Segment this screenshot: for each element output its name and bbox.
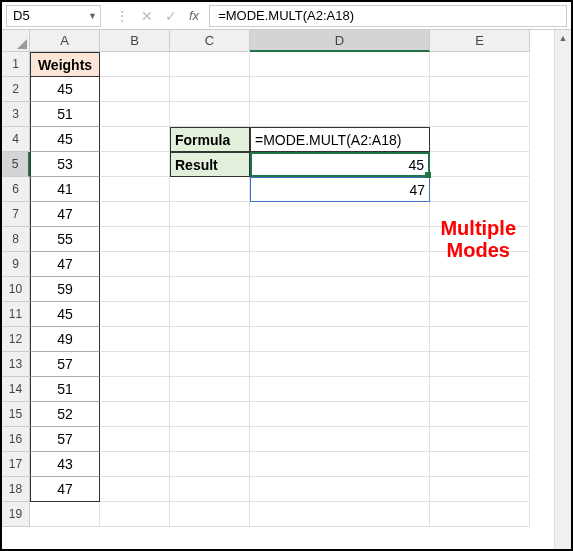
formula-input[interactable]: =MODE.MULT(A2:A18) [209, 5, 567, 27]
cell[interactable] [170, 402, 250, 427]
row-header[interactable]: 7 [2, 202, 30, 227]
name-box[interactable]: D5 ▼ [6, 5, 101, 27]
cell[interactable] [100, 402, 170, 427]
cell[interactable] [100, 202, 170, 227]
row-header[interactable]: 9 [2, 252, 30, 277]
cell[interactable] [170, 327, 250, 352]
cell[interactable] [250, 202, 430, 227]
cell[interactable] [170, 477, 250, 502]
col-header[interactable]: E [430, 30, 530, 52]
cell[interactable] [30, 502, 100, 527]
cell[interactable] [170, 102, 250, 127]
cell[interactable] [170, 352, 250, 377]
row-header[interactable]: 5 [2, 152, 30, 177]
cell[interactable]: 45 [30, 302, 100, 327]
cell[interactable] [250, 252, 430, 277]
row-header[interactable]: 13 [2, 352, 30, 377]
cell[interactable]: 43 [30, 452, 100, 477]
cell[interactable] [430, 477, 530, 502]
cell[interactable] [430, 52, 530, 77]
cell[interactable] [430, 377, 530, 402]
cell[interactable] [250, 227, 430, 252]
cell[interactable] [430, 277, 530, 302]
row-header[interactable]: 6 [2, 177, 30, 202]
cell[interactable] [100, 452, 170, 477]
cell[interactable] [100, 327, 170, 352]
cell[interactable]: 49 [30, 327, 100, 352]
row-header[interactable]: 10 [2, 277, 30, 302]
cell[interactable] [100, 177, 170, 202]
cell[interactable] [100, 352, 170, 377]
col-header[interactable]: C [170, 30, 250, 52]
cell[interactable] [170, 452, 250, 477]
cancel-icon[interactable]: ✕ [141, 8, 153, 24]
col-header[interactable]: B [100, 30, 170, 52]
cell[interactable] [100, 127, 170, 152]
cell[interactable] [170, 502, 250, 527]
cell[interactable] [250, 102, 430, 127]
cell[interactable] [170, 302, 250, 327]
cell[interactable] [430, 302, 530, 327]
cell[interactable] [100, 277, 170, 302]
row-header[interactable]: 15 [2, 402, 30, 427]
cell[interactable] [250, 377, 430, 402]
cell[interactable]: 53 [30, 152, 100, 177]
row-header[interactable]: 11 [2, 302, 30, 327]
cell[interactable]: 45 [30, 77, 100, 102]
cell[interactable] [100, 477, 170, 502]
cell[interactable] [100, 502, 170, 527]
cell[interactable] [430, 427, 530, 452]
row-header[interactable]: 12 [2, 327, 30, 352]
fx-icon[interactable]: fx [189, 8, 199, 23]
vertical-scrollbar[interactable]: ▲ [554, 30, 571, 549]
row-header[interactable]: 16 [2, 427, 30, 452]
row-header[interactable]: 2 [2, 77, 30, 102]
row-header[interactable]: 8 [2, 227, 30, 252]
cell[interactable]: 47 [30, 202, 100, 227]
cell[interactable] [170, 277, 250, 302]
chevron-down-icon[interactable]: ▼ [88, 11, 97, 21]
cell[interactable] [100, 427, 170, 452]
cell[interactable]: 45 [30, 127, 100, 152]
cell[interactable]: Weights [30, 52, 100, 77]
cell[interactable] [100, 52, 170, 77]
cell[interactable] [170, 177, 250, 202]
cell[interactable] [250, 402, 430, 427]
cell[interactable] [430, 502, 530, 527]
cell[interactable] [250, 452, 430, 477]
cell[interactable] [100, 102, 170, 127]
cell[interactable] [100, 252, 170, 277]
selected-cell[interactable]: 45 [250, 152, 430, 177]
scroll-up-icon[interactable]: ▲ [555, 30, 571, 47]
cell[interactable] [170, 377, 250, 402]
cell[interactable] [170, 227, 250, 252]
cell[interactable]: 55 [30, 227, 100, 252]
select-all-corner[interactable] [2, 30, 30, 52]
cell[interactable] [430, 152, 530, 177]
cell[interactable] [100, 227, 170, 252]
cell[interactable] [250, 277, 430, 302]
row-header[interactable]: 1 [2, 52, 30, 77]
cell[interactable] [430, 102, 530, 127]
cell[interactable]: 47 [30, 252, 100, 277]
cell[interactable] [170, 427, 250, 452]
row-header[interactable]: 3 [2, 102, 30, 127]
cell[interactable] [430, 402, 530, 427]
col-header[interactable]: D [250, 30, 430, 52]
cell[interactable] [170, 77, 250, 102]
row-header[interactable]: 18 [2, 477, 30, 502]
cell[interactable] [170, 52, 250, 77]
cell[interactable] [100, 77, 170, 102]
cell[interactable] [250, 327, 430, 352]
col-header[interactable]: A [30, 30, 100, 52]
cell[interactable]: Result [170, 152, 250, 177]
cell[interactable] [250, 502, 430, 527]
cell[interactable] [250, 77, 430, 102]
row-header[interactable]: 19 [2, 502, 30, 527]
cell[interactable] [250, 477, 430, 502]
cell[interactable] [250, 52, 430, 77]
cell[interactable] [430, 177, 530, 202]
cell[interactable]: 41 [30, 177, 100, 202]
cell[interactable] [430, 452, 530, 477]
cell[interactable]: 47 [30, 477, 100, 502]
